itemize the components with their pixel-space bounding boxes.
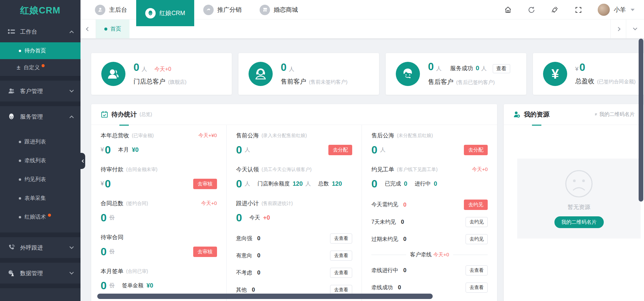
sidebar-item-todo-home[interactable]: 待办首页 <box>0 42 80 59</box>
row-label: 过期未约见 <box>371 236 398 243</box>
metric-unit: 人 <box>380 146 385 154</box>
row-label: 不考虑 <box>236 269 252 276</box>
empty-resources-box: 暂无资源 我的二维码名片 <box>517 159 641 239</box>
stat-card-body: 0 人 售前客户 (售前未签约客户) <box>281 62 347 86</box>
bullet-icon <box>19 216 21 218</box>
sidebar-item-label: 客户管理 <box>20 87 70 95</box>
metric-follow-subtotal: 跟进小计 (售前跟进统计) 0 今天 +0 <box>236 200 353 224</box>
bullet-icon <box>19 160 21 162</box>
stat-title: 售前客户 <box>281 77 306 86</box>
metric-unit: 人 <box>245 146 250 154</box>
stat-card-total-revenue: ¥ ¥ 0 总盈收 (已签约合同金额) <box>533 53 644 95</box>
tab-marriage-mall[interactable]: 婚恋商城 <box>251 0 307 19</box>
sidebar-collapse-handle[interactable] <box>80 153 85 169</box>
sidebar-item-form-collect[interactable]: 表单采集 <box>0 189 80 208</box>
metric-unit: 份 <box>109 248 115 255</box>
metric-title: 待审合同 <box>101 233 123 241</box>
tab-main-admin[interactable]: 主后台 <box>86 0 136 19</box>
go-review-button[interactable]: 去审核 <box>193 179 217 189</box>
sidebar-item-follow-list[interactable]: 跟进列表 <box>0 132 80 151</box>
row-value: 0 <box>401 219 404 225</box>
view-button[interactable]: 查看 <box>493 64 510 73</box>
home-icon[interactable] <box>504 6 512 14</box>
vertical-scrollbar-thumb[interactable] <box>639 39 643 202</box>
chevron-down-icon <box>69 245 74 249</box>
go-view-button[interactable]: 去查看 <box>466 265 488 275</box>
metric-unit: 份 <box>109 214 115 221</box>
metric-pending-payment: 待审付款 (合同金额未审) ¥ 0 去审核 <box>101 166 217 190</box>
stat-subtitle: (已签约合同金额) <box>597 79 636 85</box>
stat-unit: 人 <box>142 66 147 73</box>
metric-contract-total: 合同总数 (签约合同) 今天+0 0 份 <box>101 200 217 224</box>
go-view-button[interactable]: 去查看 <box>330 268 352 278</box>
currency-symbol: ¥ <box>101 146 104 153</box>
user-name: 小羊 <box>614 6 626 14</box>
go-assign-button[interactable]: 去分配 <box>464 145 488 155</box>
workbench-icon <box>7 28 15 35</box>
sidebar-separator <box>0 101 80 106</box>
shop-icon <box>260 5 270 15</box>
go-meet-button[interactable]: 去约见 <box>464 200 488 210</box>
sidebar-separator <box>0 258 80 263</box>
tab-matchmaker-crm[interactable]: 红娘CRM <box>136 0 194 26</box>
sidebar-item-match-list[interactable]: 牵线列表 <box>0 151 80 170</box>
row-label: 7天未约见 <box>371 219 396 226</box>
user-menu[interactable]: 小羊 <box>598 4 635 16</box>
row-value: 0 <box>252 287 255 293</box>
bullet-icon <box>19 178 21 181</box>
chevron-down-icon <box>69 270 74 274</box>
metric-value: 0 <box>236 144 242 155</box>
tags-menu-button[interactable] <box>626 19 644 38</box>
panel-header: 我的资源 我的二维码名片 <box>504 104 644 125</box>
chevron-right-icon <box>616 27 621 31</box>
sidebar-item-service-mgmt[interactable]: 服务管理 <box>0 106 80 127</box>
stat-title: 门店总客户 <box>133 77 165 86</box>
month-value: ¥0 <box>132 146 139 154</box>
done-value: 0 <box>404 180 407 187</box>
qr-link-label: 我的二维码名片 <box>599 111 635 118</box>
tab-label: 婚恋商城 <box>274 6 298 14</box>
sidebar: 红娘CRM 工作台 待办首页 ± 自定义 客户管理 服务管理 跟进列表 <box>0 0 80 301</box>
sign-amount-label: 签单金额 <box>122 282 144 289</box>
fullscreen-icon[interactable] <box>574 6 582 14</box>
go-assign-button[interactable]: 去分配 <box>328 145 352 155</box>
clean-icon[interactable] <box>551 6 559 14</box>
data-icon <box>7 270 15 276</box>
go-meet-button[interactable]: 去约见 <box>466 217 488 227</box>
person-icon <box>95 5 105 15</box>
metric-today-delta: 今天+0 <box>201 200 217 207</box>
sidebar-item-workbench[interactable]: 工作台 <box>0 21 80 42</box>
stat-subtitle: (售后已签约客户) <box>456 79 495 86</box>
row-value: 0 <box>257 252 260 259</box>
metric-subtitle: (未分配售后红娘) <box>397 133 433 139</box>
chevron-left-icon <box>82 159 85 163</box>
sidebar-item-customer-mgmt[interactable]: 客户管理 <box>0 81 80 101</box>
go-view-button[interactable]: 去查看 <box>466 283 488 293</box>
sign-amount-value: ¥0 <box>147 282 153 289</box>
empty-text: 暂无资源 <box>568 203 590 211</box>
row-value: 0 <box>403 202 406 208</box>
chevron-up-icon <box>69 30 74 35</box>
sidebar-item-meet-list[interactable]: 约见列表 <box>0 170 80 189</box>
my-qr-link[interactable]: 我的二维码名片 <box>595 111 635 118</box>
sidebar-item-data-mgmt[interactable]: 数据管理 <box>0 263 80 284</box>
tag-home[interactable]: 首页 <box>96 19 129 38</box>
my-qr-card-button[interactable]: 我的二维码名片 <box>554 216 604 228</box>
todo-column-finance: 本年总营收 (已审金额) 今天+¥0 ¥ 0 本月 ¥0 待审付款 (合同金额未… <box>91 125 227 301</box>
go-review-button[interactable]: 去审核 <box>193 247 217 257</box>
sidebar-item-outbound-follow[interactable]: 外呼跟进 <box>0 237 80 258</box>
go-view-button[interactable]: 去查看 <box>330 251 352 261</box>
row-value: 0 <box>257 269 260 276</box>
tags-scroll-left-button[interactable] <box>80 19 96 38</box>
person-star-icon <box>513 111 521 118</box>
match-section-divider: 客户牵线 今天+0 <box>371 251 488 258</box>
tags-scroll-right-button[interactable] <box>610 19 626 38</box>
sidebar-item-custom[interactable]: ± 自定义 <box>0 59 80 76</box>
tab-promotion[interactable]: 推广分销 <box>194 0 251 19</box>
horizontal-scrollbar-thumb[interactable] <box>97 294 433 299</box>
go-view-button[interactable]: 去查看 <box>330 233 352 244</box>
sidebar-item-matchmaker-script[interactable]: 红娘话术 <box>0 208 80 226</box>
refresh-icon[interactable] <box>527 6 535 14</box>
metric-value: 0 <box>101 212 107 223</box>
go-meet-button[interactable]: 去约见 <box>466 234 488 244</box>
